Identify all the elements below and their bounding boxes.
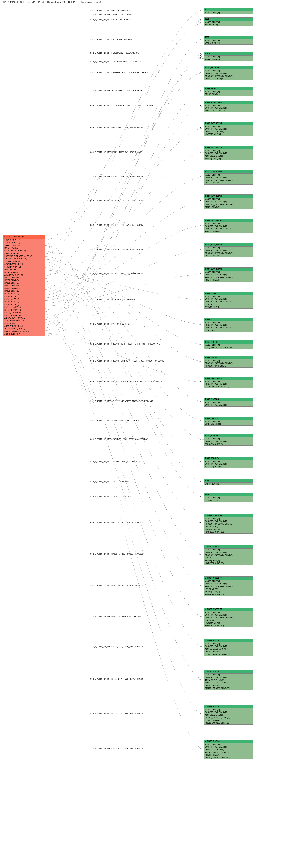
right-entity-nw670-row: COUNTRY_VAR [CHAR (4)] [204,128,253,130]
cardinality-label: 0..N [199,71,202,73]
right-entity-r59703-row: PRODUCT_CATEGORY [CHAR (3)] [204,179,253,182]
right-entity-tcurc-header: TCURC [204,52,253,56]
right-entity-ifb-header: TISSR_IFB_RTPT [204,340,253,344]
left-entity-row: STOCKFA [CHAR (1)] [3,266,45,268]
right-entity-tzaf: TZAFSANLF [NUMC (3)] [204,479,253,485]
right-entity-dvpt: TISSR_DV_PTMANDT [CLNT (3)]COUNTRY_VAR [… [204,318,253,332]
right-entity-nw600-header: V_TISSR_NW600_PR [204,608,253,611]
right-entity-anlartb-row: MANDT [CLNT (3)] [204,69,253,72]
right-entity-r59705-row: MANDT [CLNT (3)] [204,222,253,225]
cardinality-label: 0..N [199,616,202,618]
left-entity: ISSR_S_ADMIN_RPI_MFTSBUKRS [CHAR (4)]SGS… [3,235,45,336]
right-entity-r59708-row: COUNTRY_VAR [CHAR (4)] [204,273,253,276]
right-entity-invest-row: COUNTRY_VAR [CHAR (4)] [204,383,253,385]
right-entity-r597104-row: R59710 [CHAR (4)] [204,754,253,756]
left-entity-row: R59710_3 [CHAR (4)] [3,311,45,314]
right-entity-nw670-row: MANDT [CLNT (3)] [204,125,253,128]
left-entity-row: SPARTE [CHAR (2)] [3,260,45,263]
right-entity-nw671-header: TISSR_BAV_NW671B [204,146,253,149]
right-entity-r59703: TISSR_BAV_R5973BMANDT [CLNT (3)]COUNTRY_… [204,170,253,185]
right-entity-nw102-row: MANDT [CLNT (3)] [204,549,253,551]
cardinality-label: 0..N [199,461,202,463]
left-entity-row: ANRWERTWHR [CUKY (5)] [3,317,45,319]
right-entity-asset-row: COUNTRY_VAR [CHAR (4)] [204,107,253,110]
edge-label: ISSR_S_ADMIN_RPI_MFT-PRODUCT_TYPE = TISS… [90,343,160,345]
edge-label: ISSR_S_ADMIN_RPI_MFT-NW671 = TISSR_BAV_N… [90,151,143,153]
edge-label: ISSR_S_ADMIN_RPI_MFT-SPARTE = TISSR_SPAR… [90,420,140,421]
right-entity-tzpa-header: TZPA [204,493,253,496]
right-entity-r59705-row: R59705 [CHAR (2)] [204,230,253,233]
left-cardinality-one: 1 [46,264,46,265]
right-entity-anlartb-header: TISSR_ANLARTB [204,66,253,69]
left-cardinality-one: 1 [46,327,46,329]
right-entity-nw670-row: ABS54AVAG [CHAR (6)] [204,130,253,133]
cardinality-label: 0..N [199,438,202,440]
edge-label: ISSR_S_ADMIN_RPI_MFT-BEDECKWHR = TCURC-W… [90,52,138,54]
left-entity-row: VERKEHRSWWHR [CUKY (5)] [3,319,45,322]
left-entity-row: ASSET_TYPE [CHAR (1)] [3,333,45,336]
right-entity-r597103-header: V_TISSR_R597103 [204,705,253,708]
right-entity-r597101-row: ABS54A_LANGBEZ [CHAR (60)] [204,648,253,650]
right-entity-r59708-row: MANDT [CLNT (3)] [204,271,253,274]
right-entity-tcurc: TCURCMANDT [CLNT (3)]WAERS [CUKY (5)] [204,52,253,61]
right-entity-nw102: V_TISSR_NW102_PRMANDT [CLNT (3)]COUNTRY_… [204,545,253,565]
left-entity-row: NW101 [CHAR (5)] [3,276,45,279]
left-entity-row: COUNTRY_VAR [CHAR (4)] [3,249,45,252]
cardinality-label: 0..N [199,90,202,92]
cardinality-label: 0..N [199,176,202,178]
edge-label: ISSR_S_ADMIN_RPI_MFT-R59704 = TISSR_BAV_… [90,200,143,202]
left-cardinality-one: 1 [46,277,46,279]
right-entity-invest-row: MANDT [CLNT (3)] [204,380,253,383]
right-entity-anlartb-row: PRODUCT_CATEGORY [CHAR (3)] [204,75,253,78]
left-cardinality-one: 1 [46,250,46,252]
right-entity-r597103-row: ABS54AVAG [CHAR (6)] [204,714,253,716]
right-entity-r597102-row: ABS54AVAG [CHAR (6)] [204,679,253,682]
right-entity-r597103-row: ABS54A_LANGBEZ [CHAR (60)] [204,716,253,719]
left-entity-row: #COMPONENT [CHAR (4)] [3,328,45,330]
left-cardinality-one: 1 [46,245,46,246]
right-entity-r597102-row: COUNTRY_VAR [CHAR (4)] [204,676,253,679]
left-entity-header: ISSR_S_ADMIN_RPI_MFT [3,236,45,239]
right-entity-r59708: TISSR_BAV_R5978BMANDT [CLNT (3)]COUNTRY_… [204,267,253,282]
cardinality-label: 0..N [199,105,202,107]
right-entity-invest-row: FLG_INVESTMENT [CHAR (1)] [204,385,253,389]
right-entity-nw201-row: NW201 [CHAR (5)] [204,591,253,593]
right-entity-r59708-header: TISSR_BAV_R5978B [204,268,253,271]
right-entity-r59704-header: TISSR_BAV_R5974B [204,195,253,198]
right-entity-mareco-row: COUNTRY_VAR [CHAR (4)] [204,404,253,406]
left-cardinality-one: 1 [46,239,46,241]
right-entity-t000-header: T000 [204,8,253,11]
right-entity-dvuab-row: MANDT [CLNT (3)] [204,295,253,298]
left-cardinality-one: 1 [46,321,46,323]
edge-label: ISSR_S_ADMIN_RPI_MFT-NW670 = TISSR_BAV_N… [90,127,143,129]
right-entity-stockfa-row: COUNTRY_VAR [CHAR (4)] [204,463,253,465]
left-entity-row: SGSART [CHAR (3)] [3,241,45,244]
cardinality-label: 0..N [199,553,202,555]
right-entity-tzpa-row: MANDT [CLNT (3)] [204,496,253,499]
edge-label: ISSR_S_ADMIN_RPI_MFT-MANDT = T000-MANDT [90,9,130,11]
left-entity-row: R59705 [CHAR (2)] [3,298,45,301]
cardinality-label: 0..N [199,420,202,421]
edge-label: ISSR_S_ADMIN_RPI_MFT-SSANLF = TZAF-SANLF [90,481,131,483]
right-entity-r59706-row: MANDT [CLNT (3)] [204,247,253,249]
right-entity-ifpcat-row: PRODUCT_CAT [NUMC (3)] [204,365,253,368]
left-cardinality-one: 1 [46,288,46,290]
right-entity-r597102-header: V_TISSR_R597102 [204,670,253,674]
right-entity-t000: T000MANDT [CLNT (3)] [204,8,253,14]
left-cardinality-one: 1 [46,267,46,268]
right-entity-r597104-row: ABS54A_LANGBEZ [CHAR (60)] [204,751,253,754]
right-entity-r59704-row: COUNTRY_VAR [CHAR (4)] [204,200,253,203]
cardinality-label: 0..N [199,522,202,524]
right-entity-ifpcat-row: MANDT [CLNT (3)] [204,359,253,362]
edge-label: ISSR_S_ADMIN_RPI_MFT-R59706 = TISSR_BAV_… [90,248,143,250]
right-entity-r597101: V_TISSR_R597101MANDT [CLNT (3)]COUNTRY_V… [204,639,253,656]
edge-label: ISSR_S_ADMIN_RPI_MFT-#COMPONENT = TISSR_… [90,90,143,92]
right-entity-dvuab-row: DVUA [CHAR (2)] [204,306,253,309]
right-entity-r597101-header: V_TISSR_R597101 [204,639,253,642]
right-entity-stockbav-row: STOCKBAV [CHAR (1)] [204,443,253,446]
right-entity-ifb: TISSR_IFB_RTPTMANDT [CLNT (3)]ISSR_PRODU… [204,340,253,349]
right-entity-tzpa: TZPAMANDT [CLNT (3)]GSART [CHAR (3)] [204,493,253,502]
right-entity-nw201-row: COUNTRY_VAR [CHAR (4)] [204,582,253,585]
right-entity-dvpt-row: DV [CHAR (5)] [204,329,253,332]
left-cardinality-one: 1 [46,275,46,276]
